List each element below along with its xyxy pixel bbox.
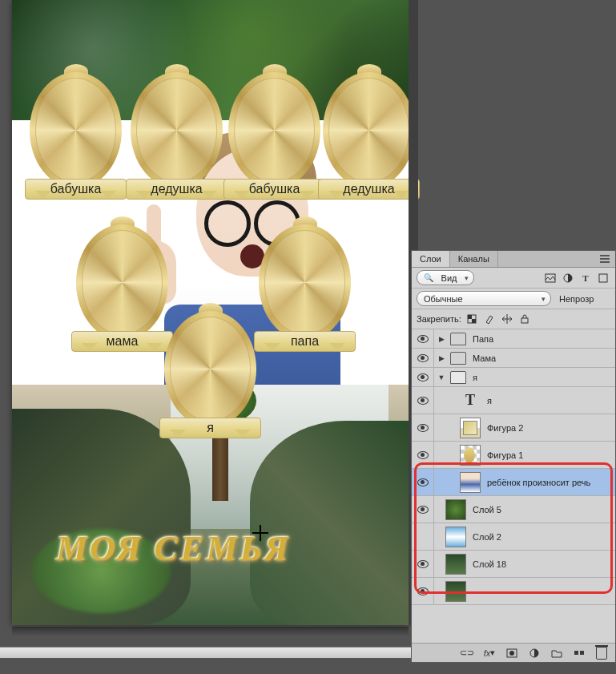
layer-figura-1[interactable]: Фигура 1 [412,442,615,469]
folder-open-icon [450,371,466,384]
image-thumb-icon [445,581,466,602]
lock-pixels-icon[interactable] [482,312,497,326]
layer-label: Мама [471,353,615,363]
svg-rect-4 [468,315,472,319]
image-thumb-icon [445,499,466,520]
expand-toggle[interactable]: ▼ [434,373,449,381]
image-thumb-icon [460,472,481,493]
visibility-toggle[interactable] [417,354,429,362]
shape-thumb-icon [460,418,481,438]
panel-tabs: Слои Каналы [412,251,615,268]
lock-label: Закрепить: [417,314,461,324]
panel-menu-button[interactable] [594,251,615,267]
visibility-toggle[interactable] [417,373,429,381]
frame-label: я [159,418,261,438]
blend-mode-combo[interactable]: Обычные ▾ [417,291,551,306]
layer-group-ya[interactable]: ▼ я [412,368,615,387]
folder-icon [450,352,466,365]
visibility-toggle[interactable] [417,397,429,405]
filter-row: 🔍 Вид ▾ T [412,268,615,289]
svg-rect-2 [599,274,607,282]
tab-layers[interactable]: Слои [412,251,450,267]
visibility-toggle[interactable] [412,523,434,550]
opacity-label: Непрозр [559,294,594,304]
layer-label: Слой 2 [471,532,615,542]
new-group-icon[interactable] [550,646,564,660]
shape-thumb-icon [460,445,481,466]
filter-shape-icon[interactable] [596,271,610,285]
layer-extra[interactable] [412,578,615,605]
frame-grandma-2: бабушка [228,72,320,188]
layer-label: Фигура 2 [485,423,615,433]
layer-sloi-18[interactable]: Слой 18 [412,551,615,578]
visibility-toggle[interactable] [417,478,429,486]
layer-label: я [485,396,615,406]
filter-adjust-icon[interactable] [561,271,575,285]
lock-all-icon[interactable] [517,312,532,326]
frame-label: дедушка [126,179,227,200]
fx-icon[interactable]: fx▾ [482,646,497,660]
layer-label: Слой 18 [471,559,615,569]
folder-icon [450,333,466,345]
panel-bottom-bar: ⊂⊃ fx▾ [412,643,615,662]
layer-list: ▶ Папа ▶ Мама ▼ я T я [412,329,615,643]
filter-pixel-icon[interactable] [543,271,558,285]
frame-papa: папа [259,224,351,341]
expand-toggle[interactable]: ▶ [434,335,449,343]
frame-ya: я [164,311,256,427]
layer-label: Слой 5 [471,505,615,515]
frame-label: папа [254,331,356,352]
image-thumb-icon [445,554,466,575]
frame-label: мама [71,331,173,352]
filter-kind-label: Вид [441,273,457,283]
layer-label: ребёнок произносит речь [485,478,615,487]
svg-point-8 [509,651,514,656]
trash-icon[interactable] [594,646,609,660]
canvas-shadow [12,627,409,636]
visibility-toggle[interactable] [417,560,429,568]
layer-label: Фигура 1 [485,450,615,460]
lock-row: Закрепить: [412,309,615,329]
canvas-title: МОЯ СЕМЬЯ [56,528,291,569]
layer-child-speech[interactable]: ребёнок произносит речь [412,469,615,496]
frame-mama: мама [76,224,168,341]
layer-sloi-2[interactable]: Слой 2 [412,523,615,551]
frame-grandpa-2: дедушка [323,72,415,188]
layers-panel: Слои Каналы 🔍 Вид ▾ T Обычные ▾ Непрозр [411,250,616,663]
adjustment-icon[interactable] [527,646,542,660]
new-layer-icon[interactable] [572,646,586,660]
layer-sloi-5[interactable]: Слой 5 [412,496,615,523]
layer-group-mama[interactable]: ▶ Мама [412,349,615,368]
lock-transparent-icon[interactable] [465,312,479,326]
filter-kind-combo[interactable]: 🔍 Вид ▾ [417,270,474,285]
frame-label: бабушка [223,179,325,200]
layer-text-ya[interactable]: T я [412,387,615,414]
visibility-toggle[interactable] [417,335,429,343]
document-canvas[interactable]: бабушка дедушка бабушка дедушка мама пап… [12,0,409,625]
frame-grandma-1: бабушка [30,72,122,188]
tab-channels[interactable]: Каналы [450,251,498,267]
chevron-down-icon: ▾ [490,648,495,658]
svg-rect-5 [472,319,476,323]
blend-row: Обычные ▾ Непрозр [412,289,615,309]
visibility-toggle[interactable] [417,451,429,459]
layer-group-papa[interactable]: ▶ Папа [412,329,615,349]
visibility-toggle[interactable] [417,587,429,595]
frame-grandpa-1: дедушка [131,72,223,188]
expand-toggle[interactable]: ▶ [434,354,449,362]
visibility-toggle[interactable] [417,506,429,514]
mask-icon[interactable] [505,646,519,660]
layer-label: я [471,373,615,382]
visibility-toggle[interactable] [417,424,429,432]
text-layer-icon: T [460,390,481,411]
lock-position-icon[interactable] [500,312,514,326]
blend-mode-label: Обычные [424,294,463,304]
layer-figura-2[interactable]: Фигура 2 [412,414,615,442]
image-thumb-icon [445,527,466,547]
frame-label: дедушка [318,179,420,200]
filter-text-icon[interactable]: T [578,271,593,285]
frame-label: бабушка [25,179,127,200]
layer-label: Папа [471,334,615,344]
link-layers-icon[interactable]: ⊂⊃ [460,646,474,660]
svg-rect-6 [521,318,528,323]
